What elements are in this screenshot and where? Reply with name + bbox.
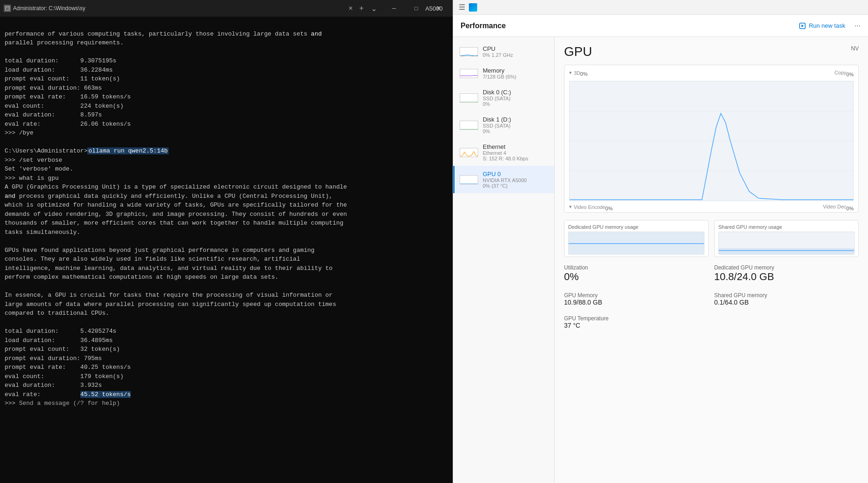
stat-gpu-memory: GPU Memory 10.9/88.0 GB — [564, 288, 709, 306]
dedicated-gpu-memory-label: Dedicated GPU memory usage — [568, 224, 704, 230]
memory-label: Memory — [483, 67, 516, 74]
gpu0-label: GPU 0 — [483, 171, 527, 177]
shared-gpu-memory-label: Shared GPU memory usage — [718, 224, 855, 230]
graph-3d-value: 0% — [580, 71, 588, 77]
stat-utilization: Utilization 0% — [564, 264, 709, 283]
shared-gpu-memory-container — [718, 232, 855, 255]
maximize-button[interactable]: □ — [406, 1, 427, 16]
memory-sub: 7/128 GB (6%) — [483, 74, 516, 79]
disk0-sparkline — [460, 93, 478, 103]
dedicated-gpu-memory-container — [568, 232, 704, 255]
graph-bottom-labels: ▾ Video Encode 0% Video Dec 0% — [569, 204, 854, 212]
gpu-main-graph: ▾ 3D 0% Copy 0% — [564, 65, 859, 213]
ethernet-label: Ethernet — [483, 143, 528, 150]
terminal-prompt2: >>> Send a message (/? for help) — [5, 400, 120, 407]
graph-video-dec-value: 0% — [846, 206, 854, 211]
disk0-label: Disk 0 (C:) — [483, 89, 511, 96]
disk1-sub: SSD (SATA) 0% — [483, 123, 511, 134]
graph-copy-value: 0% — [846, 72, 854, 77]
svg-rect-7 — [719, 248, 854, 255]
gpu-temp-label: GPU Temperature — [564, 315, 709, 322]
cpu-sub: 0% 1.27 GHz — [483, 52, 513, 58]
terminal-panel: Administrator: C:\Windows\sy ✕ + ⌄ A5000… — [0, 0, 453, 483]
sidebar-item-gpu0[interactable]: GPU 0 NVIDIA RTX A5000 0% (37 °C) — [453, 166, 554, 193]
gpu-title: GPU — [564, 44, 592, 59]
gpu0-sub: NVIDIA RTX A5000 0% (37 °C) — [483, 177, 527, 189]
terminal-cmd-input1: ollama run qwen2.5:14b — [87, 147, 169, 154]
stat-shared-gpu-mem: Shared GPU memory 0.1/64.0 GB — [714, 288, 859, 306]
shared-gpu-mem-value: 0.1/64.0 GB — [714, 299, 859, 306]
cpu-label: CPU — [483, 45, 513, 52]
tm-sidebar: CPU 0% 1.27 GHz Memory 7/128 GB (6%) — [453, 37, 555, 483]
gpu-subtitle: NV — [851, 45, 859, 52]
ethernet-sub: Ethernet 4 S: 152 R: 48.0 Kbps — [483, 150, 528, 161]
terminal-gpu-answer: A GPU (Graphics Processing Unit) is a ty… — [5, 183, 347, 398]
terminal-tab-close[interactable]: ✕ — [346, 4, 355, 12]
graph-3d-label: ▾ 3D — [569, 70, 580, 76]
terminal-text-line2: parallel processing requirements. — [5, 39, 123, 46]
tm-header: Performance Run new task ··· — [453, 15, 868, 37]
gpu-memory-value: 10.9/88.0 GB — [564, 299, 709, 306]
gpu-graph-svg — [570, 81, 853, 201]
dedicated-gpu-mem-value: 10.8/24.0 GB — [714, 271, 859, 283]
gpu-memory-label: GPU Memory — [564, 292, 709, 299]
dedicated-gpu-memory-svg — [569, 232, 704, 255]
sidebar-item-memory[interactable]: Memory 7/128 GB (6%) — [453, 62, 554, 84]
run-task-icon — [799, 22, 806, 30]
run-new-task-button[interactable]: Run new task — [793, 19, 851, 32]
disk1-label: Disk 1 (D:) — [483, 116, 511, 123]
ethernet-sparkline — [460, 148, 478, 157]
tm-main: GPU NV ▾ 3D 0% — [555, 37, 868, 483]
terminal-text-line1: performance of various computing tasks, … — [5, 31, 322, 37]
svg-rect-0 — [6, 6, 9, 10]
shared-gpu-memory-svg — [719, 232, 854, 255]
minimize-button[interactable]: ─ — [383, 1, 405, 16]
more-options-button[interactable]: ··· — [855, 22, 861, 30]
sidebar-item-disk0[interactable]: Disk 0 (C:) SSD (SATA) 0% — [453, 84, 554, 111]
sidebar-item-disk1[interactable]: Disk 1 (D:) SSD (SATA) 0% — [453, 111, 554, 139]
disk1-sparkline — [460, 121, 478, 130]
utilization-label: Utilization — [564, 264, 709, 271]
shared-gpu-mem-label: Shared GPU memory — [714, 292, 859, 299]
sidebar-item-cpu[interactable]: CPU 0% 1.27 GHz — [453, 41, 554, 62]
terminal-titlebar: Administrator: C:\Windows\sy ✕ + ⌄ A5000… — [0, 0, 453, 17]
new-tab-button[interactable]: + — [357, 3, 366, 13]
tab-bar: Administrator: C:\Windows\sy ✕ + ⌄ — [4, 3, 380, 14]
terminal-stats1: total duration: 9.3075195s load duration… — [5, 57, 131, 128]
terminal-set-verbose: >>> /set verbose Set 'verbose' mode. >>>… — [5, 157, 73, 182]
eval-rate-highlight: 45.52 tokens/s — [80, 391, 131, 398]
gpu0-sparkline — [460, 175, 478, 184]
terminal-tab-label: Administrator: C:\Windows\sy — [13, 5, 345, 12]
gpu-graph-container — [569, 81, 854, 201]
gpu-temp-value: 37 °C — [564, 322, 709, 329]
graph-video-dec-label: Video Dec — [823, 204, 847, 209]
terminal-content[interactable]: performance of various computing tasks, … — [0, 17, 453, 483]
window-controls: ─ □ ✕ — [383, 1, 449, 16]
utilization-value: 0% — [564, 271, 709, 283]
cpu-sparkline — [460, 47, 478, 56]
memory-sparkline — [460, 69, 478, 78]
stats-grid: Utilization 0% Dedicated GPU memory 10.8… — [564, 264, 859, 329]
dedicated-gpu-memory-graph: Dedicated GPU memory usage — [564, 220, 709, 257]
tm-titlebar: ☰ — [453, 0, 868, 15]
dedicated-gpu-mem-label: Dedicated GPU memory — [714, 264, 859, 271]
terminal-prompt1: C:\Users\Administrator>ollama run qwen2.… — [5, 147, 169, 154]
tm-app-icon — [469, 3, 477, 12]
close-button[interactable]: ✕ — [428, 1, 449, 16]
disk0-sub: SSD (SATA) 0% — [483, 96, 511, 107]
graph-top-labels: ▾ 3D 0% Copy 0% — [569, 70, 854, 78]
graph-video-encode-label: ▾ Video Encode — [569, 204, 605, 210]
shared-gpu-memory-graph: Shared GPU memory usage — [714, 220, 859, 257]
task-manager-panel: ☰ Performance Run new task ··· — [453, 0, 868, 483]
tab-dropdown-button[interactable]: ⌄ — [368, 3, 380, 14]
tm-title: Performance — [461, 22, 506, 30]
stat-gpu-temp: GPU Temperature 37 °C — [564, 312, 709, 329]
stat-dedicated-gpu-mem: Dedicated GPU memory 10.8/24.0 GB — [714, 264, 859, 283]
sidebar-item-ethernet[interactable]: Ethernet Ethernet 4 S: 152 R: 48.0 Kbps — [453, 139, 554, 166]
sub-graphs: Dedicated GPU memory usage Shared GPU me… — [564, 220, 859, 257]
terminal-bye-cmd: >>> /bye — [5, 129, 33, 136]
tm-body: CPU 0% 1.27 GHz Memory 7/128 GB (6%) — [453, 37, 868, 483]
graph-copy-label: Copy — [834, 70, 846, 75]
graph-video-encode-value: 0% — [605, 206, 613, 211]
tm-menu-icon[interactable]: ☰ — [459, 3, 465, 12]
